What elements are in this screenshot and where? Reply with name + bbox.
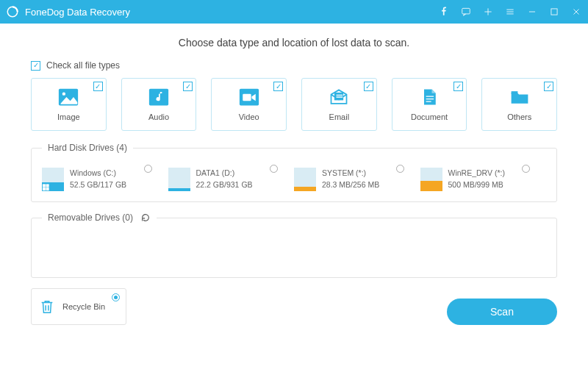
drive-name: SYSTEM (*:) [322, 168, 379, 179]
page-heading: Choose data type and location of lost da… [31, 37, 557, 49]
drive-winre[interactable]: WinRE_DRV (*:)500 MB/999 MB [420, 165, 547, 191]
folder-icon [509, 87, 530, 107]
check-all-checkbox[interactable] [31, 61, 40, 71]
type-card-email[interactable]: Email [301, 78, 377, 131]
removable-legend: Removable Drives (0) [48, 212, 133, 223]
drive-radio[interactable] [522, 165, 530, 173]
app-title: FoneDog Data Recovery [25, 7, 130, 18]
check-all-label: Check all file types [46, 60, 120, 71]
drive-radio[interactable] [144, 165, 152, 173]
drive-size: 28.3 MB/256 MB [322, 180, 379, 189]
title-bar: FoneDog Data Recovery [0, 0, 588, 24]
type-label-document: Document [411, 112, 448, 121]
close-icon[interactable] [570, 6, 582, 18]
removable-empty [42, 230, 546, 267]
minimize-icon[interactable] [526, 6, 538, 18]
trash-icon [39, 299, 55, 315]
drive-data1-d[interactable]: DATA1 (D:)22.2 GB/931 GB [168, 165, 295, 191]
menu-icon[interactable] [504, 6, 516, 18]
type-card-document[interactable]: Document [392, 78, 467, 131]
type-label-others: Others [507, 112, 531, 121]
svg-rect-12 [43, 187, 46, 190]
type-card-others[interactable]: Others [481, 78, 557, 131]
audio-icon [148, 87, 169, 107]
type-checkbox-image[interactable] [93, 82, 103, 91]
svg-rect-10 [43, 184, 46, 187]
drive-radio[interactable] [396, 165, 404, 173]
video-icon [239, 87, 259, 107]
type-card-video[interactable]: Video [211, 78, 287, 131]
scan-button[interactable]: Scan [447, 299, 557, 325]
drive-size: 52.5 GB/117 GB [70, 180, 126, 189]
type-checkbox-document[interactable] [453, 82, 463, 91]
drive-size: 500 MB/999 MB [448, 180, 503, 189]
hard-drives-legend: Hard Disk Drives (4) [42, 143, 133, 153]
facebook-icon[interactable] [438, 6, 450, 18]
plus-icon[interactable] [482, 6, 494, 18]
svg-rect-13 [46, 187, 49, 190]
type-label-image: Image [57, 112, 80, 121]
recycle-label: Recycle Bin [62, 302, 105, 311]
check-all-row[interactable]: Check all file types [31, 60, 557, 71]
hard-drives-group: Hard Disk Drives (4) Windows (C:)52.5 GB… [31, 143, 557, 202]
windows-logo-icon [42, 184, 50, 191]
svg-rect-2 [551, 9, 557, 15]
svg-rect-1 [462, 8, 470, 14]
drive-name: DATA1 (D:) [196, 168, 253, 179]
drive-windows-c[interactable]: Windows (C:)52.5 GB/117 GB [42, 165, 168, 191]
drive-name: Windows (C:) [70, 168, 126, 179]
recycle-bin-card[interactable]: Recycle Bin [31, 288, 126, 325]
type-label-video: Video [239, 112, 259, 121]
type-checkbox-audio[interactable] [183, 82, 193, 91]
type-card-image[interactable]: Image [31, 78, 107, 131]
svg-rect-7 [243, 94, 251, 101]
document-icon [419, 87, 440, 107]
type-label-email: Email [329, 112, 350, 121]
svg-rect-9 [511, 91, 517, 94]
drive-size: 22.2 GB/931 GB [196, 180, 253, 189]
type-checkbox-video[interactable] [273, 82, 283, 91]
svg-rect-11 [46, 184, 49, 187]
file-type-grid: Image Audio Video Email Document Others [31, 78, 557, 131]
type-label-audio: Audio [148, 112, 169, 121]
drive-radio[interactable] [270, 165, 278, 173]
removable-drives-group: Removable Drives (0) [31, 212, 557, 278]
type-checkbox-others[interactable] [544, 82, 553, 91]
svg-rect-8 [334, 93, 343, 101]
type-checkbox-email[interactable] [364, 82, 373, 91]
drive-name: WinRE_DRV (*:) [448, 168, 505, 179]
type-card-audio[interactable]: Audio [121, 78, 197, 131]
recycle-radio[interactable] [112, 293, 120, 301]
image-icon [58, 87, 79, 107]
maximize-icon[interactable] [548, 6, 560, 18]
email-icon [329, 87, 349, 107]
refresh-icon[interactable] [140, 212, 151, 223]
feedback-icon[interactable] [460, 6, 472, 18]
svg-point-4 [62, 92, 65, 95]
app-logo-icon [6, 5, 19, 18]
drive-system[interactable]: SYSTEM (*:)28.3 MB/256 MB [294, 165, 420, 191]
